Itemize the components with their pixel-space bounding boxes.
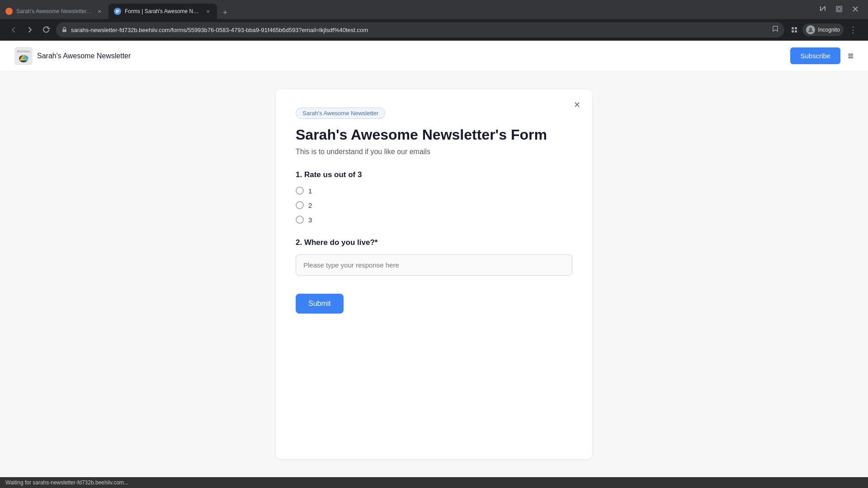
radio-input-2[interactable]: [296, 201, 304, 209]
header-right: Subscribe ≡: [790, 47, 854, 64]
question-2-section: 2. Where do you live?*: [296, 238, 572, 276]
maximize-button[interactable]: [834, 4, 844, 14]
svg-rect-3: [116, 12, 118, 13]
site-name: Sarah's Awesome Newsletter: [37, 52, 131, 60]
svg-rect-2: [116, 11, 119, 12]
svg-rect-8: [838, 8, 840, 10]
browser-tab-1[interactable]: Sarah's Awesome Newsletter's F... ✕: [0, 4, 108, 19]
incognito-label: Incognito: [818, 27, 840, 33]
subscribe-button[interactable]: Subscribe: [790, 47, 840, 64]
radio-option-3[interactable]: 3: [296, 216, 572, 224]
radio-label-2: 2: [308, 202, 312, 209]
lock-icon: [61, 26, 67, 34]
radio-label-3: 3: [308, 216, 312, 224]
svg-rect-1: [116, 10, 119, 11]
address-bar-container[interactable]: [56, 22, 784, 38]
incognito-icon: [806, 25, 815, 34]
svg-rect-7: [836, 6, 842, 12]
tab-close-2[interactable]: ✕: [204, 8, 212, 15]
form-close-button[interactable]: ✕: [571, 99, 583, 111]
form-tag: Sarah's Awesome Newsletter: [296, 108, 385, 119]
extensions-button[interactable]: [788, 23, 801, 36]
svg-text:Business: Business: [17, 50, 30, 53]
reload-button[interactable]: [40, 23, 52, 36]
page-content: Business Sarah's Awesome Newsletter Subs…: [0, 41, 868, 477]
address-input[interactable]: [71, 27, 768, 33]
svg-rect-14: [792, 30, 794, 33]
site-logo: Business: [14, 47, 33, 65]
radio-input-3[interactable]: [296, 216, 304, 224]
question-1-section: 1. Rate us out of 3 1 2: [296, 170, 572, 224]
svg-rect-12: [792, 27, 794, 29]
radio-group-rating: 1 2 3: [296, 187, 572, 224]
submit-button[interactable]: Submit: [296, 294, 344, 314]
svg-rect-11: [62, 29, 66, 32]
form-container: ✕ Sarah's Awesome Newsletter Sarah's Awe…: [276, 89, 592, 459]
question-1-label: 1. Rate us out of 3: [296, 170, 572, 179]
form-title: Sarah's Awesome Newsletter's Form: [296, 126, 572, 143]
radio-input-1[interactable]: [296, 187, 304, 195]
svg-point-21: [23, 56, 28, 60]
tab-favicon-1: [5, 8, 13, 15]
status-bar: Waiting for sarahs-newsletter-fd732b.bee…: [0, 477, 868, 488]
main-content: ✕ Sarah's Awesome Newsletter Sarah's Awe…: [0, 71, 868, 477]
form-subtitle: This is to understand if you like our em…: [296, 148, 572, 156]
tab-label-2: Forms | Sarah's Awesome Newsl...: [125, 8, 201, 14]
site-logo-area: Business Sarah's Awesome Newsletter: [14, 47, 131, 65]
close-window-button[interactable]: [850, 4, 861, 14]
browser-tab-2[interactable]: Forms | Sarah's Awesome Newsl... ✕: [108, 4, 217, 19]
svg-rect-13: [795, 27, 797, 29]
status-text: Waiting for sarahs-newsletter-fd732b.bee…: [5, 479, 128, 486]
radio-label-1: 1: [308, 187, 312, 195]
question-2-label: 2. Where do you live?*: [296, 238, 572, 247]
site-header: Business Sarah's Awesome Newsletter Subs…: [0, 41, 868, 71]
incognito-profile[interactable]: Incognito: [802, 23, 844, 36]
new-tab-button[interactable]: +: [219, 6, 231, 19]
svg-rect-15: [795, 30, 797, 33]
forward-button[interactable]: [24, 23, 36, 36]
svg-line-4: [821, 6, 825, 11]
radio-option-2[interactable]: 2: [296, 201, 572, 209]
browser-menu-button[interactable]: ⋮: [845, 23, 861, 37]
where-do-you-live-input[interactable]: [296, 254, 572, 276]
tab-label-1: Sarah's Awesome Newsletter's F...: [16, 8, 92, 14]
tab-favicon-2: [114, 8, 121, 15]
hamburger-menu-icon[interactable]: ≡: [848, 50, 854, 62]
back-button[interactable]: [7, 23, 20, 36]
bookmark-icon[interactable]: [772, 25, 779, 34]
tab-close-1[interactable]: ✕: [96, 8, 103, 15]
minimize-button[interactable]: [817, 4, 828, 14]
radio-option-1[interactable]: 1: [296, 187, 572, 195]
